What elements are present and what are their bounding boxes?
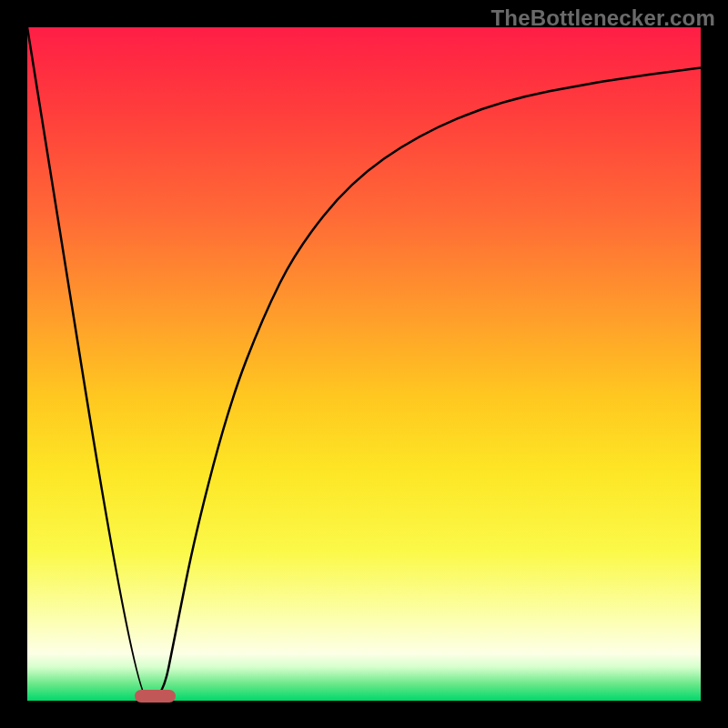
optimal-marker [135, 690, 175, 703]
plot-area [27, 27, 701, 701]
curve-layer [27, 27, 701, 701]
bottleneck-curve [27, 27, 701, 701]
chart-frame: TheBottlenecker.com [0, 0, 728, 728]
